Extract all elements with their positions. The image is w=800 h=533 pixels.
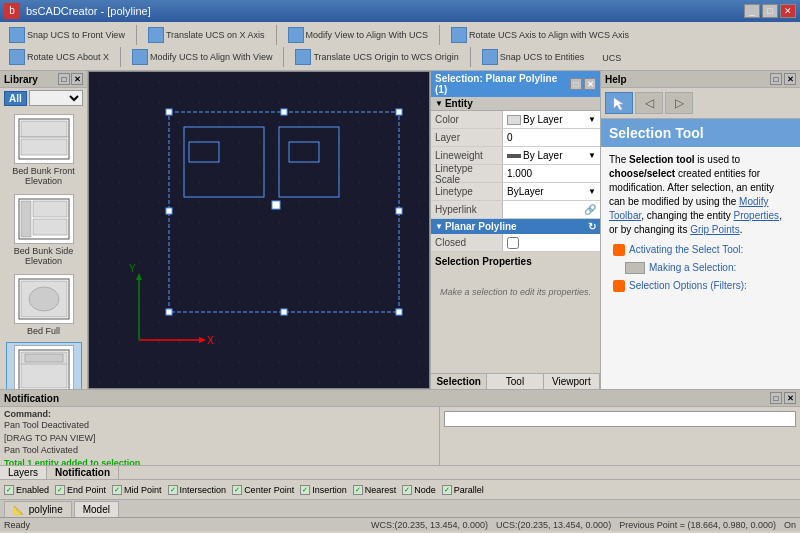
layer-value[interactable]: 0 (503, 129, 600, 146)
svg-point-10 (29, 287, 59, 311)
snap-midpoint-checkbox[interactable]: ✓ (112, 485, 122, 495)
snap-centerpoint-checkbox[interactable]: ✓ (232, 485, 242, 495)
help-close-btn[interactable]: ✕ (784, 73, 796, 85)
help-float-btn[interactable]: □ (770, 73, 782, 85)
help-tool-cursor[interactable] (605, 92, 633, 114)
rotate-ucs-btn[interactable]: Rotate UCS Axis to Align with WCS Axis (446, 25, 634, 45)
help-link-grip-points[interactable]: Grip Points (690, 224, 739, 235)
restore-button[interactable]: □ (762, 4, 778, 18)
linetype-scale-row: Linetype Scale 1.000 (431, 165, 600, 183)
tab-layers[interactable]: Layers (0, 466, 47, 479)
rotate-ucs-x-btn[interactable]: Rotate UCS About X (4, 47, 114, 67)
snap-parallel[interactable]: ✓ Parallel (442, 485, 484, 495)
svg-marker-38 (136, 273, 142, 280)
close-button[interactable]: ✕ (780, 4, 796, 18)
library-item-bed-bunk-front[interactable]: Bed Bunk Front Elevation (6, 112, 82, 188)
help-bullet-label-1[interactable]: Activating the Select Tool: (629, 243, 743, 257)
snap-toolbar: ✓ Enabled ✓ End Point ✓ Mid Point ✓ Inte… (0, 479, 800, 499)
help-header: Help □ ✕ (601, 71, 800, 88)
command-input[interactable] (444, 411, 796, 427)
panel-header-buttons: □ ✕ (58, 73, 83, 85)
selection-properties-area: Selection Properties Make a selection to… (431, 252, 600, 373)
library-dropdown[interactable] (29, 90, 83, 106)
library-item-bed-full[interactable]: Bed Full (6, 272, 82, 338)
snap-centerpoint[interactable]: ✓ Center Point (232, 485, 294, 495)
snap-insertion-checkbox[interactable]: ✓ (300, 485, 310, 495)
svg-text:Y: Y (129, 263, 136, 274)
snap-nearest[interactable]: ✓ Nearest (353, 485, 397, 495)
selection-tabs: Selection Tool Viewport (431, 373, 600, 389)
snap-enabled[interactable]: ✓ Enabled (4, 485, 49, 495)
notification-header: Notification □ ✕ (0, 390, 800, 407)
help-bullet-icon-2 (613, 280, 625, 292)
snap-intersection-checkbox[interactable]: ✓ (168, 485, 178, 495)
svg-rect-29 (396, 208, 402, 214)
lineweight-label: Lineweight (431, 147, 503, 164)
notif-close-btn[interactable]: ✕ (784, 392, 796, 404)
tab-tool[interactable]: Tool (487, 374, 543, 389)
translate-origin-btn[interactable]: Translate UCS Origin to WCS Origin (290, 47, 463, 67)
sel-float-btn[interactable]: □ (570, 78, 582, 90)
notif-float-btn[interactable]: □ (770, 392, 782, 404)
planar-refresh-icon[interactable]: ↻ (588, 221, 596, 232)
entity-collapse-arrow[interactable]: ▼ (435, 99, 443, 108)
lineweight-value[interactable]: By Layer ▼ (503, 147, 600, 164)
svg-marker-35 (199, 337, 206, 343)
tab-selection[interactable]: Selection (431, 374, 487, 389)
library-header: Library □ ✕ (0, 71, 87, 88)
closed-value[interactable] (503, 234, 600, 251)
tab-viewport[interactable]: Viewport (544, 374, 600, 389)
snap-nearest-checkbox[interactable]: ✓ (353, 485, 363, 495)
snap-enabled-checkbox[interactable]: ✓ (4, 485, 14, 495)
title-bar: b bsCADCreator - [polyline] _ □ ✕ (0, 0, 800, 22)
linetype-property-row: Linetype ByLayer ▼ (431, 183, 600, 201)
separator4 (120, 47, 121, 67)
library-item-bed-full-front[interactable]: Bed Full Front Elation (6, 342, 82, 389)
snap-node[interactable]: ✓ Node (402, 485, 436, 495)
selection-panel: Selection: Planar Polyline (1) □ ✕ ▼ Ent… (430, 71, 600, 389)
filter-all-btn[interactable]: All (4, 91, 27, 106)
help-tool-forward[interactable]: ▷ (665, 92, 693, 114)
separator3 (439, 25, 440, 45)
closed-checkbox[interactable] (507, 237, 519, 249)
library-item-bed-bunk-side[interactable]: Bed Bunk Side Elevation (6, 192, 82, 268)
help-tool-back[interactable]: ◁ (635, 92, 663, 114)
help-toolbar: ◁ ▷ (601, 88, 800, 119)
help-controls: □ ✕ (770, 73, 796, 85)
tab-polyline[interactable]: 📐 polyline (4, 501, 72, 517)
color-dropdown[interactable]: By Layer ▼ (507, 114, 596, 125)
tab-notification[interactable]: Notification (47, 466, 119, 479)
svg-rect-26 (281, 109, 287, 115)
snap-intersection[interactable]: ✓ Intersection (168, 485, 227, 495)
linetype-value[interactable]: ByLayer ▼ (503, 183, 600, 200)
color-value[interactable]: By Layer ▼ (503, 111, 600, 128)
modify-view-btn[interactable]: Modify View to Align With UCS (283, 25, 433, 45)
minimize-button[interactable]: _ (744, 4, 760, 18)
hyperlink-value[interactable]: 🔗 (503, 201, 600, 218)
help-link-properties[interactable]: Properties (734, 210, 780, 221)
snap-node-checkbox[interactable]: ✓ (402, 485, 412, 495)
snap-parallel-checkbox[interactable]: ✓ (442, 485, 452, 495)
translate-ucs-x-btn[interactable]: Translate UCS on X Axis (143, 25, 270, 45)
snap-midpoint[interactable]: ✓ Mid Point (112, 485, 162, 495)
help-sub-label-1[interactable]: Making a Selection: (649, 261, 736, 275)
help-sub-icon-1 (625, 262, 645, 274)
canvas-area[interactable]: X Y (88, 71, 430, 389)
linetype-dropdown[interactable]: ByLayer ▼ (507, 186, 596, 197)
snap-ucs-front-btn[interactable]: Snap UCS to Front View (4, 25, 130, 45)
linetype-scale-value[interactable]: 1.000 (503, 165, 600, 182)
tab-bar: 📐 polyline Model (0, 499, 800, 517)
lineweight-dropdown[interactable]: By Layer ▼ (507, 150, 596, 161)
panel-float-btn[interactable]: □ (58, 73, 70, 85)
layer-label: Layer (431, 129, 503, 146)
snap-insertion[interactable]: ✓ Insertion (300, 485, 347, 495)
planar-collapse-arrow[interactable]: ▼ (435, 222, 443, 231)
help-bullet-label-2[interactable]: Selection Options (Filters): (629, 279, 747, 293)
sel-close-btn[interactable]: ✕ (584, 78, 596, 90)
tab-model[interactable]: Model (74, 501, 119, 517)
snap-entities-btn[interactable]: Snap UCS to Entities (477, 47, 590, 67)
panel-close-btn[interactable]: ✕ (71, 73, 83, 85)
snap-endpoint-checkbox[interactable]: ✓ (55, 485, 65, 495)
modify-ucs-btn[interactable]: Modify UCS to Align With View (127, 47, 277, 67)
snap-endpoint[interactable]: ✓ End Point (55, 485, 106, 495)
